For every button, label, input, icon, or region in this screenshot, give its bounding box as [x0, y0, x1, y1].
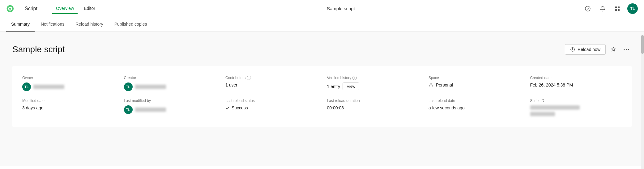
nav-link-editor[interactable]: Editor	[80, 3, 99, 14]
meta-contributors: Contributors i 1 user	[225, 76, 317, 91]
script-id-blurred	[530, 105, 580, 110]
last-reload-status-label: Last reload status	[225, 99, 317, 103]
creator-name-blurred	[135, 85, 166, 89]
version-history-value: 1 entry View	[327, 82, 419, 90]
svg-rect-6	[618, 6, 620, 8]
meta-creator: Creator TL	[124, 76, 216, 91]
last-reload-status-value: Success	[225, 105, 317, 110]
contributors-label: Contributors i	[225, 76, 317, 80]
script-id-blurred-small	[530, 112, 555, 116]
modified-date-value: 3 days ago	[22, 105, 114, 110]
scrollbar[interactable]	[641, 35, 644, 166]
owner-avatar: TL	[22, 82, 31, 91]
notifications-bell-button[interactable]	[598, 4, 608, 14]
tab-reload-history[interactable]: Reload history	[70, 17, 108, 32]
script-id-label: Script ID	[530, 99, 622, 103]
bell-icon	[600, 6, 605, 11]
meta-last-reload-date: Last reload date a few seconds ago	[429, 99, 520, 117]
last-modified-name-blurred	[135, 108, 166, 112]
owner-value: TL	[22, 82, 114, 91]
last-modified-avatar: TL	[124, 105, 133, 114]
modified-date-label: Modified date	[22, 99, 114, 103]
nav-link-overview[interactable]: Overview	[52, 3, 78, 14]
svg-point-2	[9, 7, 11, 9]
meta-last-reload-status: Last reload status Success	[225, 99, 317, 117]
header-actions: Reload now	[565, 44, 632, 55]
meta-space: Space Personal	[429, 76, 520, 91]
script-title: Sample script	[12, 44, 65, 54]
ellipsis-icon	[624, 49, 629, 50]
tab-summary[interactable]: Summary	[6, 17, 35, 32]
top-right-actions: ? TL	[583, 3, 638, 14]
meta-last-reload-duration: Last reload duration 00:00:08	[327, 99, 419, 117]
created-date-value: Feb 26, 2024 5:38 PM	[530, 82, 622, 87]
content-header: Sample script Reload now	[12, 44, 632, 55]
grid-menu-button[interactable]	[612, 4, 622, 14]
owner-label: Owner	[22, 76, 114, 80]
scrollbar-thumb[interactable]	[641, 35, 644, 54]
grid-icon	[615, 6, 620, 11]
svg-point-11	[626, 49, 627, 50]
top-nav-links: Overview Editor	[52, 3, 99, 14]
svg-rect-8	[618, 9, 620, 11]
tab-notifications[interactable]: Notifications	[36, 17, 69, 32]
reload-icon	[570, 47, 575, 52]
creator-label: Creator	[124, 76, 216, 80]
meta-owner: Owner TL	[22, 76, 114, 91]
space-value: Personal	[429, 82, 520, 87]
last-reload-date-value: a few seconds ago	[429, 105, 520, 110]
metadata-grid: Owner TL Creator TL Contributors i 1 use…	[12, 66, 632, 127]
person-icon	[429, 82, 433, 87]
svg-rect-7	[615, 9, 617, 11]
version-history-view-button[interactable]: View	[343, 82, 359, 90]
star-icon	[611, 47, 616, 52]
creator-avatar: TL	[124, 82, 133, 91]
check-icon	[225, 106, 230, 110]
last-reload-date-label: Last reload date	[429, 99, 520, 103]
version-history-info-icon: i	[352, 76, 357, 80]
space-label: Space	[429, 76, 520, 80]
last-modified-by-label: Last modified by	[124, 99, 216, 103]
meta-modified-date: Modified date 3 days ago	[22, 99, 114, 117]
more-options-button[interactable]	[621, 44, 632, 55]
meta-version-history: Version history i 1 entry View	[327, 76, 419, 91]
reload-now-button[interactable]: Reload now	[565, 44, 606, 55]
last-reload-duration-value: 00:00:08	[327, 105, 419, 110]
qlik-logo	[6, 4, 21, 14]
favorite-button[interactable]	[608, 44, 619, 55]
meta-created-date: Created date Feb 26, 2024 5:38 PM	[530, 76, 622, 91]
svg-point-13	[430, 83, 432, 85]
svg-text:?: ?	[587, 7, 589, 11]
svg-rect-5	[615, 6, 617, 8]
script-id-value	[530, 105, 622, 117]
main-content: Sample script Reload now	[0, 32, 644, 166]
creator-value: TL	[124, 82, 216, 91]
sub-nav: Summary Notifications Reload history Pub…	[0, 17, 644, 32]
section-title: Script	[25, 6, 37, 11]
top-nav: Script Overview Editor Sample script ?	[0, 0, 644, 17]
help-icon: ?	[585, 6, 591, 11]
version-history-label: Version history i	[327, 76, 419, 80]
last-modified-by-value: TL	[124, 105, 216, 114]
svg-point-10	[624, 49, 625, 50]
user-avatar[interactable]: TL	[627, 3, 638, 14]
meta-last-modified-by: Last modified by TL	[124, 99, 216, 117]
page-title: Sample script	[99, 6, 583, 11]
logo-area: Script	[6, 4, 45, 14]
contributors-info-icon: i	[247, 76, 251, 80]
owner-name-blurred	[33, 85, 64, 89]
created-date-label: Created date	[530, 76, 622, 80]
meta-script-id: Script ID	[530, 99, 622, 117]
last-reload-duration-label: Last reload duration	[327, 99, 419, 103]
help-button[interactable]: ?	[583, 4, 593, 14]
tab-published-copies[interactable]: Published copies	[109, 17, 152, 32]
contributors-value: 1 user	[225, 82, 317, 87]
svg-point-12	[628, 49, 629, 50]
